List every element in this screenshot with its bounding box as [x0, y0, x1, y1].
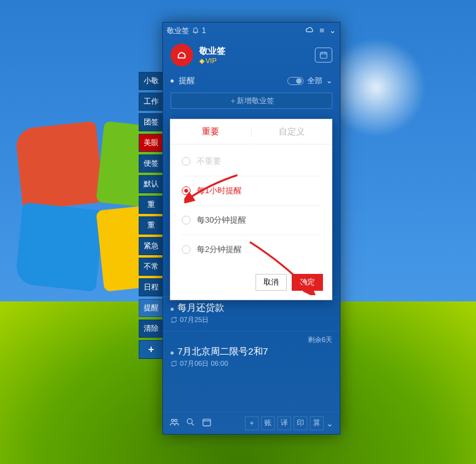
option-two-min[interactable]: 每2分钟提醒 [182, 235, 320, 264]
bb-translate[interactable]: 译 [277, 416, 291, 430]
bb-calc[interactable]: 算 [310, 416, 324, 430]
calendar-small-icon[interactable] [202, 417, 212, 429]
bb-plus[interactable]: + [245, 416, 259, 430]
repeat-icon [171, 316, 177, 323]
notification-count: 1 [202, 26, 206, 35]
cloud-sync-icon[interactable] [305, 26, 314, 36]
app-header: 敬业签 VIP [163, 39, 340, 73]
option-thirty-min[interactable]: 每30分钟提醒 [182, 205, 320, 235]
svg-rect-0 [320, 53, 327, 58]
radio-icon [182, 157, 191, 166]
calendar-icon[interactable] [315, 48, 332, 63]
item-title: 每月还贷款 [177, 302, 224, 313]
category-tab-beauty[interactable]: 美眼 [139, 134, 164, 152]
category-tab-imp1[interactable]: 重 [139, 196, 164, 214]
add-note-button[interactable]: ＋新增敬业签 [171, 93, 332, 109]
category-tab-work[interactable]: 工作 [139, 93, 164, 111]
radio-icon [182, 245, 191, 254]
modal-tabs: 重要 自定义 [171, 119, 332, 144]
confirm-button[interactable]: 确定 [292, 274, 323, 291]
category-tab-schedule[interactable]: 日程 [139, 278, 164, 296]
category-tab-team[interactable]: 团签 [139, 113, 164, 131]
remaining-days: 剩余6天 [308, 335, 332, 345]
repeat-icon [171, 360, 177, 367]
section-label: 提醒 [179, 75, 195, 86]
svg-point-1 [171, 419, 174, 421]
bb-account[interactable]: 账 [261, 416, 275, 430]
app-logo [171, 44, 193, 66]
reminder-item[interactable]: 剩余6天 7月北京周二限号2和7 07月06日 06:00 [163, 331, 340, 375]
option-not-important[interactable]: 不重要 [182, 147, 320, 176]
item-date: 07月25日 [180, 315, 209, 325]
category-tab-default[interactable]: 默认 [139, 175, 164, 193]
bottom-toolbar: + 账 译 印 算 ⌄ [163, 411, 340, 434]
tab-important[interactable]: 重要 [171, 119, 251, 144]
category-tab-note[interactable]: 便签 [139, 154, 164, 173]
category-tab-imp2[interactable]: 重 [139, 216, 164, 235]
category-tab-xiaojing[interactable]: 小敬 [139, 72, 164, 90]
filter-label[interactable]: 全部 [307, 76, 322, 86]
svg-point-2 [175, 419, 177, 421]
menu-icon[interactable]: ≡ [319, 26, 324, 36]
option-hourly[interactable]: 每1小时提醒 [182, 176, 320, 205]
category-tab-remind[interactable]: 提醒 [139, 299, 164, 317]
app-name: 敬业签 [199, 46, 226, 57]
section-toggle[interactable] [287, 77, 304, 85]
bell-icon[interactable] [192, 26, 199, 36]
cancel-button[interactable]: 取消 [255, 274, 287, 291]
tab-custom[interactable]: 自定义 [252, 119, 332, 144]
radio-icon [182, 186, 191, 195]
category-tab-clear[interactable]: 清除 [139, 320, 164, 338]
category-tab-urgent[interactable]: 紧急 [139, 237, 164, 255]
bb-print[interactable]: 印 [294, 416, 307, 430]
app-title-small: 敬业签 [167, 26, 189, 36]
vip-badge: VIP [199, 57, 226, 65]
item-date: 07月06日 06:00 [180, 359, 228, 368]
people-icon[interactable] [169, 417, 179, 429]
category-tab-column: 小敬工作团签美眼便签默认重重紧急不常日程提醒清除+ [139, 72, 164, 361]
category-tab-add[interactable]: + [139, 340, 164, 359]
svg-point-3 [187, 419, 192, 424]
title-bar: 敬业签 1 ≡ ⌄ [163, 23, 340, 39]
category-tab-rare[interactable]: 不常 [139, 258, 164, 276]
chevron-down-icon[interactable]: ⌄ [326, 76, 332, 85]
priority-modal: 重要 自定义 不重要 每1小时提醒 每30分钟提醒 每2分钟提醒 取消 确定 [170, 119, 332, 300]
svg-rect-4 [203, 419, 211, 426]
reminder-item[interactable]: 每月还贷款 07月25日 [163, 296, 340, 331]
chevron-down-icon[interactable]: ⌄ [326, 418, 334, 428]
radio-icon [182, 216, 191, 224]
chevron-down-icon[interactable]: ⌄ [329, 26, 336, 36]
section-bar: 提醒 全部 ⌄ [163, 73, 340, 89]
item-title: 7月北京周二限号2和7 [177, 346, 268, 356]
search-icon[interactable] [186, 417, 196, 429]
